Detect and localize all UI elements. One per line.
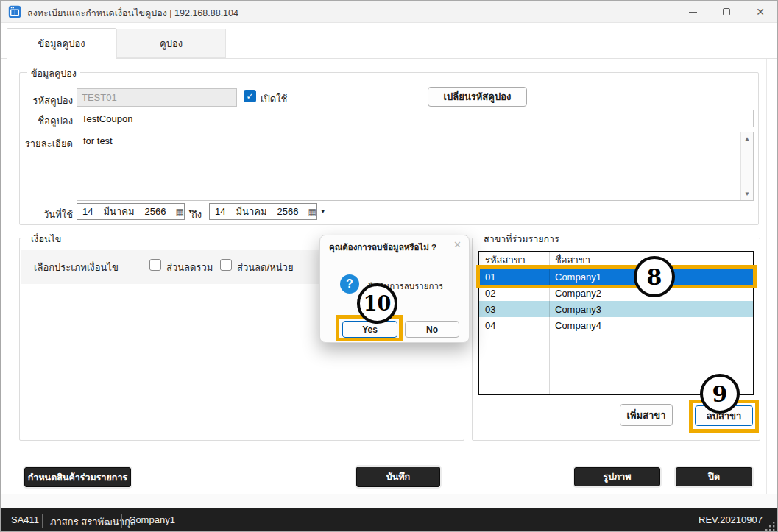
annotation-number: 8 (647, 264, 662, 290)
dialog-title: คุณต้องการลบข้อมูลหรือไม่ ? (329, 241, 436, 254)
description-scrollbar[interactable]: ▲ ▼ (740, 132, 753, 200)
branches-group-title: สาขาที่ร่วมรายการ (480, 232, 563, 247)
total-discount-checkbox[interactable] (149, 259, 161, 271)
date-from-picker[interactable]: 14 มีนาคม 2566 ▦ ▼ (77, 203, 185, 220)
maximize-button[interactable] (710, 1, 743, 23)
close-icon: ✕ (756, 6, 765, 18)
status-separator (121, 514, 122, 528)
branch-name-cell: Company4 (549, 320, 753, 331)
close-form-button[interactable]: ปิด (676, 467, 752, 486)
maximize-icon (723, 8, 730, 15)
annotation-circle-10: 10 (357, 283, 397, 324)
bottom-strip (1, 494, 777, 508)
save-button[interactable]: บันทึก (356, 467, 440, 487)
coupon-info-group-title: ข้อมูลคูปอง (27, 66, 80, 81)
status-company: Company1 (129, 514, 175, 525)
date-label: วันที่ใช้ (23, 207, 73, 222)
date-to-label: ถึง (191, 207, 202, 222)
branch-name-cell: Company3 (549, 304, 753, 315)
status-user: ภาสกร สราพัฒนากุล (50, 514, 136, 530)
set-products-button[interactable]: กำหนดสินค้าร่วมรายการ (24, 467, 131, 487)
tab-label: ข้อมูลคูปอง (38, 36, 85, 52)
description-label: รายละเอียด (23, 136, 73, 152)
no-button[interactable]: No (405, 321, 459, 338)
date-from-month: มีนาคม (98, 204, 139, 219)
tab-coupon-info[interactable]: ข้อมูลคูปอง (7, 28, 116, 59)
change-code-button-label: เปลี่ยนรหัสคูปอง (444, 89, 512, 104)
scroll-down-icon[interactable]: ▼ (741, 191, 753, 197)
app-window: ลงทะเบียนและกำหนดเงื่อนไขคูปอง | 192.168… (0, 0, 778, 532)
branch-code-cell: 04 (479, 320, 549, 331)
status-separator (42, 514, 43, 528)
description-field[interactable]: for test (77, 132, 754, 201)
conditions-group-title: เงื่อนไข (27, 232, 65, 247)
minimize-button[interactable] (676, 1, 710, 23)
no-button-label: No (426, 324, 438, 335)
close-form-button-label: ปิด (708, 469, 720, 484)
coupon-name-label: ชื่อคูปอง (23, 113, 73, 129)
status-bar: SA411 ภาสกร สราพัฒนากุล Company1 REV.202… (1, 508, 777, 532)
enabled-checkbox-label: เปิดใช้ (261, 91, 287, 107)
save-button-label: บันทึก (386, 469, 410, 484)
description-value: for test (83, 135, 113, 146)
annotation-box-8 (476, 265, 757, 288)
coupon-code-value: TEST01 (82, 92, 117, 103)
add-branch-button-label: เพิ่มสาขา (626, 408, 665, 423)
annotation-number: 10 (364, 292, 392, 315)
condition-type-label: เลือกประเภทเงื่อนไข (34, 260, 119, 275)
date-to-year: 2566 (272, 206, 304, 217)
coupon-code-label: รหัสคูปอง (23, 93, 73, 108)
tab-coupon[interactable]: คูปอง (116, 29, 226, 58)
total-discount-label: ส่วนลดรวม (166, 260, 213, 275)
unit-discount-label: ส่วนลด/หน่วย (237, 260, 294, 275)
coupon-code-field: TEST01 (77, 88, 237, 107)
coupon-name-field[interactable]: TestCoupon (77, 110, 754, 127)
table-row[interactable]: 03 Company3 (479, 301, 753, 317)
set-products-button-label: กำหนดสินค้าร่วมรายการ (28, 470, 127, 485)
calendar-icon: ▦ (175, 207, 183, 217)
annotation-circle-8: 8 (634, 256, 675, 297)
annotation-number: 9 (712, 381, 728, 407)
scroll-up-icon[interactable]: ▲ (741, 135, 753, 142)
title-bar: ลงทะเบียนและกำหนดเงื่อนไขคูปอง | 192.168… (1, 1, 777, 23)
question-icon: ? (340, 274, 359, 294)
add-branch-button[interactable]: เพิ่มสาขา (620, 404, 673, 426)
branch-code-cell: 02 (479, 288, 549, 299)
image-button[interactable]: รูปภาพ (574, 467, 660, 486)
date-from-day: 14 (81, 206, 98, 217)
app-icon (8, 5, 21, 18)
image-button-label: รูปภาพ (603, 469, 631, 484)
branch-code-cell: 03 (479, 304, 549, 315)
coupon-name-value: TestCoupon (82, 113, 132, 124)
window-title: ลงทะเบียนและกำหนดเงื่อนไขคูปอง | 192.168… (27, 6, 238, 21)
change-code-button[interactable]: เปลี่ยนรหัสคูปอง (428, 87, 527, 107)
check-icon: ✓ (246, 91, 253, 102)
enabled-checkbox[interactable]: ✓ (244, 90, 256, 102)
question-glyph: ? (346, 277, 353, 291)
chevron-down-icon[interactable]: ▼ (320, 208, 326, 215)
close-button[interactable]: ✕ (743, 1, 777, 23)
tab-strip-border (1, 58, 777, 59)
table-row[interactable]: 04 Company4 (479, 317, 753, 333)
calendar-icon: ▦ (308, 207, 316, 217)
tab-label: คูปอง (160, 36, 183, 52)
date-from-year: 2566 (140, 206, 171, 217)
date-to-month: มีนาคม (230, 204, 272, 219)
content-right-border (766, 59, 767, 494)
status-revision: REV.20210907 (699, 514, 763, 525)
date-to-picker[interactable]: 14 มีนาคม 2566 ▦ ▼ (209, 203, 317, 220)
date-to-day: 14 (213, 206, 230, 217)
minimize-icon (689, 12, 697, 13)
resize-grip-icon[interactable] (765, 521, 776, 531)
annotation-circle-9: 9 (700, 374, 740, 414)
dialog-close-icon[interactable]: ✕ (453, 239, 462, 250)
status-code: SA411 (11, 514, 39, 525)
unit-discount-checkbox[interactable] (220, 259, 232, 271)
